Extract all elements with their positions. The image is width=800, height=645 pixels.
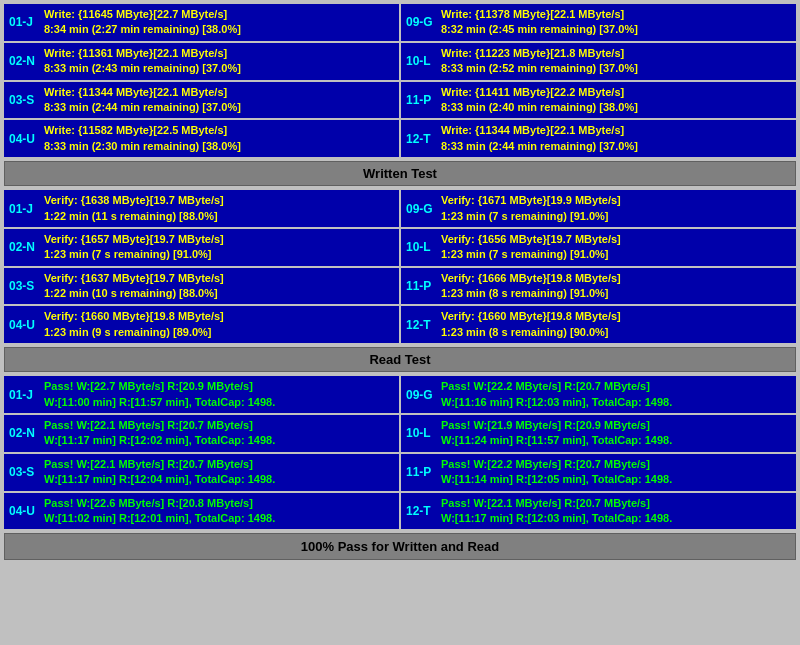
cell-label-right-0: 09-G xyxy=(406,193,436,224)
write-grid-row-1-left: 02-N Write: {11361 MByte}[22.1 MByte/s]8… xyxy=(4,43,399,80)
cell-content-left-2: Verify: {1637 MByte}[19.7 MByte/s]1:22 m… xyxy=(44,271,224,302)
write-grid-row-0-right: 09-G Write: {11378 MByte}[22.1 MByte/s]8… xyxy=(401,4,796,41)
write-grid-row-2-right: 11-P Write: {11411 MByte}[22.2 MByte/s]8… xyxy=(401,82,796,119)
cell-content-right-0: Pass! W:[22.2 MByte/s] R:[20.7 MByte/s]W… xyxy=(441,379,672,410)
pass-grid-row-3-right: 12-T Pass! W:[22.1 MByte/s] R:[20.7 MByt… xyxy=(401,493,796,530)
cell-label-right-3: 12-T xyxy=(406,123,436,154)
verify-grid-row-2-left: 03-S Verify: {1637 MByte}[19.7 MByte/s]1… xyxy=(4,268,399,305)
write-grid-row-3-left: 04-U Write: {11582 MByte}[22.5 MByte/s]8… xyxy=(4,120,399,157)
cell-label-right-0: 09-G xyxy=(406,7,436,38)
verify-grid: 01-J Verify: {1638 MByte}[19.7 MByte/s]1… xyxy=(4,190,796,343)
cell-content-left-3: Write: {11582 MByte}[22.5 MByte/s]8:33 m… xyxy=(44,123,241,154)
verify-grid-row-2-right: 11-P Verify: {1666 MByte}[19.8 MByte/s]1… xyxy=(401,268,796,305)
cell-content-left-1: Verify: {1657 MByte}[19.7 MByte/s]1:23 m… xyxy=(44,232,224,263)
cell-label-left-3: 04-U xyxy=(9,123,39,154)
pass-grid-row-1-right: 10-L Pass! W:[21.9 MByte/s] R:[20.9 MByt… xyxy=(401,415,796,452)
cell-content-right-0: Write: {11378 MByte}[22.1 MByte/s]8:32 m… xyxy=(441,7,638,38)
main-container: 01-J Write: {11645 MByte}[22.7 MByte/s]8… xyxy=(0,0,800,564)
pass-grid: 01-J Pass! W:[22.7 MByte/s] R:[20.9 MByt… xyxy=(4,376,796,529)
verify-grid-row-3-left: 04-U Verify: {1660 MByte}[19.8 MByte/s]1… xyxy=(4,306,399,343)
cell-content-left-3: Verify: {1660 MByte}[19.8 MByte/s]1:23 m… xyxy=(44,309,224,340)
cell-content-right-1: Write: {11223 MByte}[21.8 MByte/s]8:33 m… xyxy=(441,46,638,77)
cell-content-left-3: Pass! W:[22.6 MByte/s] R:[20.8 MByte/s]W… xyxy=(44,496,275,527)
pass-grid-row-2-left: 03-S Pass! W:[22.1 MByte/s] R:[20.7 MByt… xyxy=(4,454,399,491)
write-grid-row-1-right: 10-L Write: {11223 MByte}[21.8 MByte/s]8… xyxy=(401,43,796,80)
cell-label-left-2: 03-S xyxy=(9,457,39,488)
cell-content-left-1: Write: {11361 MByte}[22.1 MByte/s]8:33 m… xyxy=(44,46,241,77)
cell-content-right-3: Verify: {1660 MByte}[19.8 MByte/s]1:23 m… xyxy=(441,309,621,340)
cell-label-left-1: 02-N xyxy=(9,232,39,263)
cell-label-right-1: 10-L xyxy=(406,418,436,449)
cell-label-left-2: 03-S xyxy=(9,85,39,116)
write-section: 01-J Write: {11645 MByte}[22.7 MByte/s]8… xyxy=(4,4,796,186)
verify-grid-row-1-right: 10-L Verify: {1656 MByte}[19.7 MByte/s]1… xyxy=(401,229,796,266)
verify-grid-row-0-left: 01-J Verify: {1638 MByte}[19.7 MByte/s]1… xyxy=(4,190,399,227)
write-grid: 01-J Write: {11645 MByte}[22.7 MByte/s]8… xyxy=(4,4,796,157)
cell-content-left-0: Verify: {1638 MByte}[19.7 MByte/s]1:22 m… xyxy=(44,193,224,224)
footer-bar: 100% Pass for Written and Read xyxy=(4,533,796,560)
verify-section: 01-J Verify: {1638 MByte}[19.7 MByte/s]1… xyxy=(4,190,796,372)
cell-label-right-0: 09-G xyxy=(406,379,436,410)
cell-label-left-0: 01-J xyxy=(9,379,39,410)
cell-label-left-1: 02-N xyxy=(9,46,39,77)
cell-content-right-1: Verify: {1656 MByte}[19.7 MByte/s]1:23 m… xyxy=(441,232,621,263)
cell-label-right-1: 10-L xyxy=(406,46,436,77)
cell-label-right-3: 12-T xyxy=(406,309,436,340)
cell-content-left-0: Write: {11645 MByte}[22.7 MByte/s]8:34 m… xyxy=(44,7,241,38)
cell-label-right-1: 10-L xyxy=(406,232,436,263)
verify-grid-row-0-right: 09-G Verify: {1671 MByte}[19.9 MByte/s]1… xyxy=(401,190,796,227)
pass-section: 01-J Pass! W:[22.7 MByte/s] R:[20.9 MByt… xyxy=(4,376,796,529)
pass-grid-row-0-right: 09-G Pass! W:[22.2 MByte/s] R:[20.7 MByt… xyxy=(401,376,796,413)
write-grid-row-0-left: 01-J Write: {11645 MByte}[22.7 MByte/s]8… xyxy=(4,4,399,41)
cell-content-right-3: Pass! W:[22.1 MByte/s] R:[20.7 MByte/s]W… xyxy=(441,496,672,527)
cell-label-left-0: 01-J xyxy=(9,193,39,224)
cell-content-right-0: Verify: {1671 MByte}[19.9 MByte/s]1:23 m… xyxy=(441,193,621,224)
cell-content-left-2: Write: {11344 MByte}[22.1 MByte/s]8:33 m… xyxy=(44,85,241,116)
pass-grid-row-3-left: 04-U Pass! W:[22.6 MByte/s] R:[20.8 MByt… xyxy=(4,493,399,530)
write-grid-row-3-right: 12-T Write: {11344 MByte}[22.1 MByte/s]8… xyxy=(401,120,796,157)
write-header: Written Test xyxy=(4,161,796,186)
cell-content-left-0: Pass! W:[22.7 MByte/s] R:[20.9 MByte/s]W… xyxy=(44,379,275,410)
read-header: Read Test xyxy=(4,347,796,372)
cell-label-left-0: 01-J xyxy=(9,7,39,38)
write-grid-row-2-left: 03-S Write: {11344 MByte}[22.1 MByte/s]8… xyxy=(4,82,399,119)
cell-content-left-2: Pass! W:[22.1 MByte/s] R:[20.7 MByte/s]W… xyxy=(44,457,275,488)
cell-label-left-1: 02-N xyxy=(9,418,39,449)
verify-grid-row-3-right: 12-T Verify: {1660 MByte}[19.8 MByte/s]1… xyxy=(401,306,796,343)
cell-content-right-2: Write: {11411 MByte}[22.2 MByte/s]8:33 m… xyxy=(441,85,638,116)
verify-grid-row-1-left: 02-N Verify: {1657 MByte}[19.7 MByte/s]1… xyxy=(4,229,399,266)
cell-label-right-2: 11-P xyxy=(406,457,436,488)
cell-content-right-2: Verify: {1666 MByte}[19.8 MByte/s]1:23 m… xyxy=(441,271,621,302)
cell-label-left-3: 04-U xyxy=(9,496,39,527)
cell-label-right-3: 12-T xyxy=(406,496,436,527)
cell-label-left-2: 03-S xyxy=(9,271,39,302)
cell-label-right-2: 11-P xyxy=(406,85,436,116)
cell-content-right-2: Pass! W:[22.2 MByte/s] R:[20.7 MByte/s]W… xyxy=(441,457,672,488)
pass-grid-row-0-left: 01-J Pass! W:[22.7 MByte/s] R:[20.9 MByt… xyxy=(4,376,399,413)
pass-grid-row-2-right: 11-P Pass! W:[22.2 MByte/s] R:[20.7 MByt… xyxy=(401,454,796,491)
pass-grid-row-1-left: 02-N Pass! W:[22.1 MByte/s] R:[20.7 MByt… xyxy=(4,415,399,452)
cell-label-right-2: 11-P xyxy=(406,271,436,302)
cell-content-left-1: Pass! W:[22.1 MByte/s] R:[20.7 MByte/s]W… xyxy=(44,418,275,449)
cell-content-right-3: Write: {11344 MByte}[22.1 MByte/s]8:33 m… xyxy=(441,123,638,154)
cell-content-right-1: Pass! W:[21.9 MByte/s] R:[20.9 MByte/s]W… xyxy=(441,418,672,449)
cell-label-left-3: 04-U xyxy=(9,309,39,340)
